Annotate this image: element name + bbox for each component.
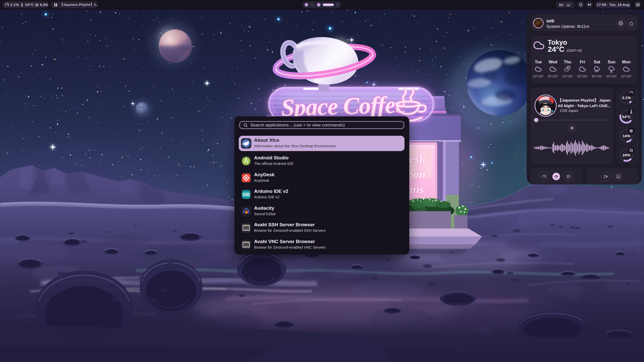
svg-text:ans: ans <box>407 183 424 196</box>
svg-text:esh: esh <box>410 153 426 165</box>
svg-text:oon: oon <box>408 168 426 180</box>
svg-text:TOKYO L: TOKYO L <box>540 112 553 115</box>
